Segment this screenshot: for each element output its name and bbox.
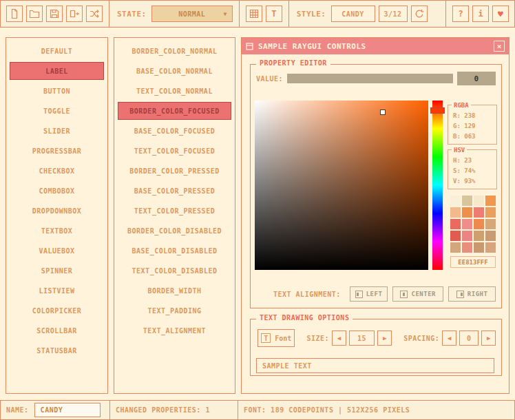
changed-properties-cell: CHANGED PROPERTIES: 1 — [109, 400, 238, 420]
color-swatch[interactable] — [450, 196, 461, 206]
align-right-button[interactable]: RIGHT — [448, 286, 496, 302]
property-item[interactable]: TEXT_COLOR_PRESSED — [118, 202, 231, 220]
hsv-saturation-value: S: 74% — [453, 166, 496, 176]
sample-text-input[interactable]: sample text — [256, 358, 494, 373]
property-item[interactable]: BORDER_COLOR_PRESSED — [118, 162, 231, 180]
property-item[interactable]: TEXT_COLOR_DISABLED — [118, 262, 231, 280]
export-style-button[interactable] — [66, 6, 83, 22]
control-item[interactable]: DROPDOWNBOX — [10, 202, 104, 220]
property-item[interactable]: BORDER_COLOR_DISABLED — [118, 222, 231, 240]
color-swatch[interactable] — [450, 242, 461, 253]
toolbar-separator — [445, 1, 446, 27]
statusbar: Name: Candy CHANGED PROPERTIES: 1 FONT: … — [0, 400, 515, 420]
align-left-button[interactable]: LEFT — [350, 286, 388, 302]
color-swatch[interactable] — [450, 231, 461, 241]
color-swatch[interactable] — [462, 231, 472, 241]
value-box[interactable]: 0 — [457, 72, 496, 85]
property-item[interactable]: TEXT_COLOR_NORMAL — [118, 82, 231, 100]
font-atlas-button[interactable]: T — [266, 6, 282, 22]
color-swatch[interactable] — [485, 231, 496, 241]
color-saturation-value-panel[interactable] — [255, 101, 428, 270]
property-item[interactable]: BASE_COLOR_DISABLED — [118, 242, 231, 260]
control-item[interactable]: BUTTON — [10, 82, 104, 100]
color-swatch[interactable] — [474, 207, 484, 218]
hsv-group: HSV H: 23 S: 74% V: 93% — [448, 149, 497, 189]
property-item-selected[interactable]: BORDER_COLOR_FOCUSED — [118, 102, 231, 120]
save-style-button[interactable] — [46, 6, 63, 22]
control-item[interactable]: TEXTBOX — [10, 222, 104, 240]
hue-slider[interactable] — [432, 101, 443, 270]
size-value-box[interactable]: 15 — [349, 330, 375, 346]
align-left-icon — [355, 291, 363, 298]
style-name-box[interactable]: Candy — [331, 6, 375, 22]
color-picker-cursor[interactable] — [380, 109, 386, 115]
control-item[interactable]: STATUSBAR — [10, 342, 104, 359]
color-swatch[interactable] — [474, 196, 484, 206]
close-button[interactable]: × — [494, 41, 505, 52]
property-item[interactable]: TEXT_PADDING — [118, 302, 231, 319]
control-item[interactable]: CHECKBOX — [10, 162, 104, 180]
spacing-value-box[interactable]: 0 — [459, 330, 479, 346]
align-center-button[interactable]: CENTER — [392, 286, 443, 302]
info-button[interactable]: i — [472, 6, 489, 22]
style-table-image-button[interactable] — [246, 6, 262, 22]
color-swatch[interactable] — [485, 242, 496, 253]
property-item[interactable]: BASE_COLOR_PRESSED — [118, 182, 231, 200]
load-font-button[interactable]: T Font — [258, 329, 295, 347]
align-center-label: CENTER — [411, 291, 436, 297]
value-row: Value: 0 — [256, 72, 496, 85]
color-swatch[interactable] — [450, 207, 461, 218]
hex-value-box[interactable]: EE813FFF — [450, 256, 496, 268]
hue-slider-cursor[interactable] — [430, 107, 445, 114]
hsv-title: HSV — [452, 145, 467, 156]
color-swatch[interactable] — [462, 207, 472, 218]
control-item[interactable]: PROGRESSBAR — [10, 142, 104, 160]
size-increase-button[interactable]: ▶ — [377, 330, 392, 346]
property-item[interactable]: BASE_COLOR_NORMAL — [118, 62, 231, 80]
control-item[interactable]: TOGGLE — [10, 102, 104, 120]
color-swatch[interactable] — [485, 207, 496, 218]
size-decrease-button[interactable]: ◀ — [332, 330, 346, 346]
help-button[interactable]: ? — [452, 6, 469, 22]
spacing-decrease-button[interactable]: ◀ — [442, 330, 456, 346]
color-swatch[interactable] — [474, 219, 484, 229]
toolbar-separator — [288, 1, 289, 27]
color-swatch[interactable] — [450, 219, 461, 229]
color-swatch[interactable] — [474, 231, 484, 241]
sponsor-button[interactable]: ♥ — [492, 6, 509, 22]
hsv-hue-value: H: 23 — [453, 156, 496, 166]
style-name-input[interactable]: Candy — [34, 403, 101, 417]
control-item[interactable]: SPINNER — [10, 262, 104, 280]
spacing-label: Spacing: — [403, 335, 439, 342]
control-item[interactable]: COLORPICKER — [10, 302, 104, 319]
property-item[interactable]: TEXT_COLOR_FOCUSED — [118, 142, 231, 160]
property-item[interactable]: BASE_COLOR_FOCUSED — [118, 122, 231, 140]
color-swatch[interactable] — [474, 242, 484, 253]
spacing-increase-button[interactable]: ▶ — [481, 330, 496, 346]
random-style-button[interactable] — [86, 6, 103, 22]
control-item-selected[interactable]: LABEL — [10, 62, 104, 80]
heart-icon: ♥ — [498, 10, 503, 19]
color-swatch[interactable] — [485, 219, 496, 229]
open-style-button[interactable] — [26, 6, 43, 22]
control-item[interactable]: VALUEBOX — [10, 242, 104, 260]
color-swatch[interactable] — [462, 196, 472, 206]
color-swatch[interactable] — [462, 219, 472, 229]
property-item[interactable]: TEXT_ALIGNMENT — [118, 322, 231, 339]
new-style-button[interactable] — [6, 6, 23, 22]
main-toolbar: State: NORMAL ▼ T Style: Candy 3/12 ? i … — [0, 0, 515, 28]
color-swatch[interactable] — [485, 196, 496, 206]
control-item[interactable]: LISTVIEW — [10, 282, 104, 300]
control-item[interactable]: DEFAULT — [10, 42, 104, 60]
color-swatch[interactable] — [462, 242, 472, 253]
state-dropdown[interactable]: NORMAL ▼ — [151, 6, 233, 22]
reload-style-button[interactable] — [411, 6, 428, 22]
property-item[interactable]: BORDER_COLOR_NORMAL — [118, 42, 231, 60]
control-item[interactable]: SCROLLBAR — [10, 322, 104, 339]
control-item[interactable]: COMBOBOX — [10, 182, 104, 200]
value-slider[interactable] — [287, 74, 453, 83]
property-item[interactable]: BORDER_WIDTH — [118, 282, 231, 300]
control-item[interactable]: SLIDER — [10, 122, 104, 140]
window-titlebar[interactable]: Sample raygui controls × — [242, 38, 509, 54]
align-right-icon — [456, 291, 464, 298]
